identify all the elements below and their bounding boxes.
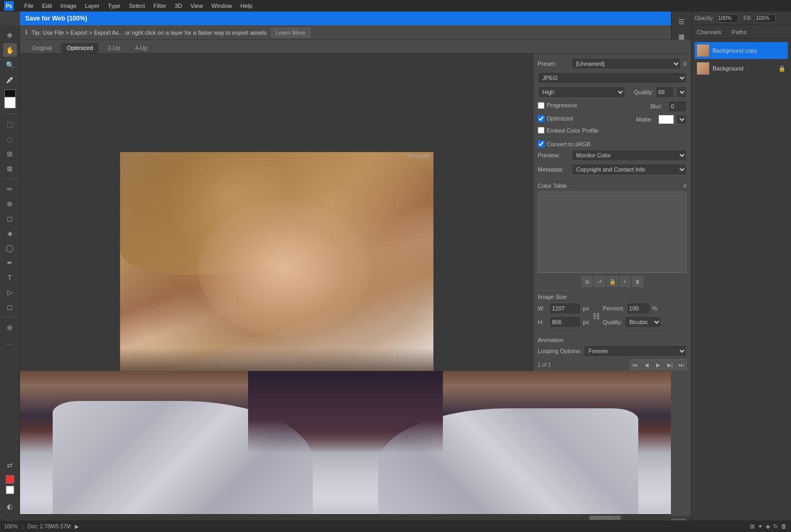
format-select[interactable]: JPEG [538, 72, 687, 84]
color-swatch-red[interactable] [6, 475, 14, 484]
more-tools[interactable]: … [3, 335, 17, 349]
path-tool[interactable]: ▷ [3, 285, 17, 299]
optimized-matte-row: Optimized Matte: [538, 115, 687, 124]
dialog-title: Save for Web (100%) [25, 15, 87, 22]
bottom-icon-1[interactable]: ⊞ [750, 523, 755, 530]
anim-next-btn[interactable]: ▶| [665, 359, 675, 370]
anim-play-btn[interactable]: ▶ [653, 359, 664, 370]
menu-file[interactable]: File [24, 3, 34, 9]
width-row: W: px [538, 303, 589, 314]
lasso-tool[interactable]: ◌ [3, 132, 17, 146]
text-tool[interactable]: T [3, 270, 17, 284]
color-table-menu-icon[interactable]: ≡ [683, 182, 687, 189]
select-tool[interactable]: ⬚ [3, 117, 17, 131]
color-table-label: Color Table [538, 183, 567, 189]
menu-edit[interactable]: Edit [42, 3, 52, 9]
shape-tool[interactable]: ◻ [3, 300, 17, 314]
anim-prev-btn[interactable]: ◀ [641, 359, 652, 370]
fill-tool[interactable]: ◈ [3, 226, 17, 240]
anim-first-btn[interactable]: ⏮ [630, 359, 640, 370]
tab-channels[interactable]: Channels [691, 27, 726, 37]
bottom-icon-3[interactable]: ◈ [766, 523, 770, 530]
percent-input[interactable] [627, 303, 650, 314]
ct-add-btn[interactable]: + [620, 276, 630, 287]
blur-input[interactable] [668, 101, 687, 112]
quality-input[interactable] [656, 86, 674, 98]
h-scrollbar-thumb[interactable] [589, 516, 621, 520]
menu-3d[interactable]: 3D [175, 3, 182, 9]
progressive-checkbox[interactable] [538, 102, 545, 109]
tab-4up[interactable]: 4-Up [128, 42, 154, 53]
progressive-label: Progressive [547, 102, 577, 108]
color-table-toolbar: ⊞ ↺ 🔒 + 🗑 [538, 276, 687, 287]
tab-optimized[interactable]: Optimized [60, 42, 100, 53]
learn-more-button[interactable]: Learn More [271, 28, 310, 37]
ct-delete-btn[interactable]: 🗑 [632, 276, 643, 287]
fg-bg-swap[interactable]: ⇄ [3, 458, 17, 472]
slice-tool[interactable]: ⊠ [3, 162, 17, 175]
color-swatch-white[interactable] [6, 486, 14, 494]
matte-select[interactable] [676, 115, 687, 124]
quality-slider[interactable] [676, 86, 687, 98]
width-input[interactable] [549, 303, 581, 314]
bottom-icon-5[interactable]: 🗑 [781, 523, 787, 529]
tab-2up[interactable]: 2-Up [101, 42, 127, 53]
menu-view[interactable]: View [191, 3, 203, 9]
move-tool[interactable]: ✥ [3, 28, 17, 42]
compression-select[interactable]: High Low Medium Very High Maximum [538, 86, 625, 98]
preset-select[interactable]: [Unnamed] [571, 58, 681, 69]
eraser-tool[interactable]: ◻ [3, 212, 17, 225]
quality2-select[interactable]: Bicubic Bilinear Nearest Neighbor [625, 316, 661, 328]
background-color[interactable] [4, 97, 16, 108]
bottom-icon-4[interactable]: ↻ [773, 523, 778, 530]
menu-layer[interactable]: Layer [85, 3, 100, 9]
height-input[interactable] [549, 316, 581, 328]
zoom-in-tool[interactable]: ⊕ [3, 320, 17, 334]
link-proportions-icon[interactable]: ⛓ [592, 312, 600, 320]
metadata-select[interactable]: Copyright and Contact Info None Copyrigh… [571, 164, 687, 175]
layer-thumb-bg [697, 62, 709, 75]
bottom-icon-2[interactable]: ✦ [758, 523, 763, 530]
fill-input[interactable] [755, 14, 776, 23]
progressive-row: Progressive [538, 102, 648, 109]
tab-paths[interactable]: Paths [726, 27, 752, 37]
clone-tool[interactable]: ⊕ [3, 197, 17, 210]
menu-window[interactable]: Window [211, 3, 232, 9]
menu-select[interactable]: Select [129, 3, 145, 9]
image-preview [120, 152, 433, 397]
layer-item-bg[interactable]: Background 🔒 [695, 60, 788, 77]
tab-original[interactable]: Original [25, 42, 59, 53]
embed-profile-checkbox[interactable] [538, 127, 545, 134]
convert-checkbox[interactable] [538, 140, 545, 147]
looping-select[interactable]: Forever Once [584, 345, 687, 357]
menu-type[interactable]: Type [108, 3, 121, 9]
matte-swatch[interactable] [658, 115, 674, 124]
ct-refresh-btn[interactable]: ↺ [595, 276, 605, 287]
optimized-checkbox[interactable] [538, 115, 545, 122]
eyedropper-tool[interactable]: 💉 [3, 73, 17, 86]
crop-tool[interactable]: ⊞ [3, 147, 17, 160]
panel-icon-1[interactable]: ☰ [675, 15, 688, 28]
ct-map-btn[interactable]: ⊞ [582, 276, 592, 287]
opacity-input[interactable] [717, 14, 738, 23]
layer-thumb-bg-copy [697, 44, 709, 57]
hand-tool[interactable]: ✋ [3, 43, 17, 57]
info-icon: ℹ [25, 29, 27, 36]
percent-unit: % [652, 305, 658, 312]
bottom-arrow-right[interactable]: ▶ [75, 524, 79, 529]
preview-select[interactable]: Monitor Color [571, 149, 687, 161]
preset-menu-icon[interactable]: ≡ [683, 60, 687, 67]
animation-controls: 1 of 1 ⏮ ◀ ▶ ▶| ⏭ [538, 359, 687, 370]
menu-filter[interactable]: Filter [153, 3, 166, 9]
brush-tool[interactable]: ✏ [3, 182, 17, 196]
layer-item-bg-copy[interactable]: Background copy [695, 42, 788, 59]
menu-help[interactable]: Help [241, 3, 253, 9]
ct-lock-btn[interactable]: 🔒 [607, 276, 618, 287]
menu-image[interactable]: Image [61, 3, 77, 9]
quick-mask[interactable]: ◐ [3, 499, 17, 513]
pen-tool[interactable]: ✒ [3, 256, 17, 269]
anim-last-btn[interactable]: ⏭ [676, 359, 687, 370]
zoom-tool[interactable]: 🔍 [3, 58, 17, 72]
doc-info: Doc: 2.78M/5.57M [27, 524, 71, 529]
dodge-tool[interactable]: ◯ [3, 241, 17, 255]
